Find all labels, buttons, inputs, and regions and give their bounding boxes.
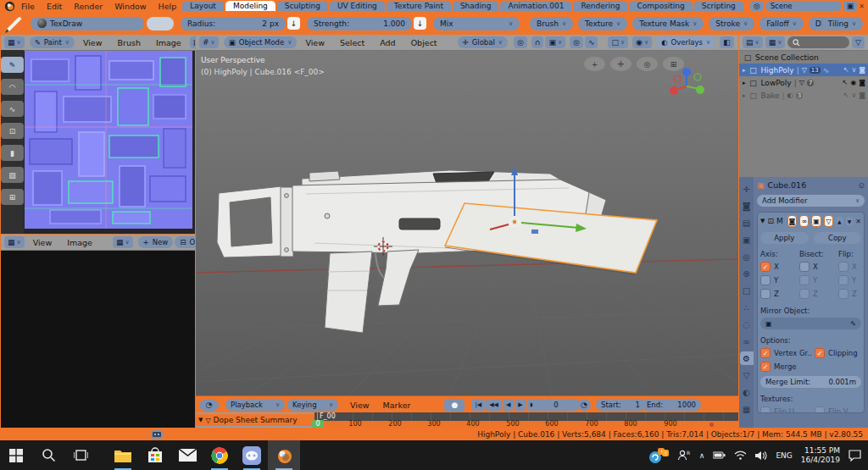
disclosure-icon[interactable]: ▸ (743, 80, 746, 86)
scene-field[interactable]: Scene (765, 1, 842, 11)
selectable-cursor-icon[interactable]: ↖ (843, 91, 849, 99)
panel-stroke[interactable]: Stroke∨ (709, 17, 754, 30)
prev-keyframe-button[interactable]: ◀◀ (486, 399, 502, 411)
current-frame-indicator[interactable]: 0 (312, 420, 324, 428)
record-button[interactable]: ● (444, 399, 465, 412)
menu-image[interactable]: Image (60, 238, 99, 247)
snap-target-icon[interactable]: ▣∨ (545, 36, 565, 48)
brush-selector[interactable]: TexDraw (31, 17, 144, 30)
tab-animation[interactable]: Animation.001 (500, 1, 571, 11)
xray-toggle-icon[interactable]: ◧ (720, 36, 734, 48)
menu-window[interactable]: Window (108, 2, 152, 11)
paintbrush-tool-icon[interactable] (3, 14, 25, 33)
panel-texture[interactable]: Texture∨ (578, 17, 627, 30)
tab-uv-editing[interactable]: UV Editing (330, 1, 385, 11)
tab-compositing[interactable]: Compositing (629, 1, 692, 11)
add-modifier-dropdown[interactable]: Add Modifier∨ (757, 195, 865, 207)
blend-mode-dropdown[interactable]: Mix∨ (433, 17, 520, 30)
visibility-icon[interactable]: ◉∨ (632, 36, 652, 48)
tab-scripting[interactable]: Scripting (694, 1, 743, 11)
collection-row-lowpoly[interactable]: ▸ □ LowPoly | ▽ 7 ↖ ◉ ◙ (739, 76, 868, 89)
menu-edit[interactable]: Edit (41, 2, 68, 11)
language-indicator[interactable]: ENG (776, 451, 792, 460)
tab-physics-icon[interactable]: ◌ (740, 318, 754, 331)
display-render-toggle-icon[interactable]: ◙ (787, 215, 797, 227)
mail-icon[interactable] (171, 440, 203, 470)
flip-x-checkbox[interactable] (838, 262, 849, 272)
outliner-search-input[interactable] (787, 36, 849, 48)
disclosure-icon[interactable]: ▸ (743, 92, 746, 99)
modifier-name-label[interactable]: M (776, 217, 783, 225)
tab-output-icon[interactable]: ▤ (740, 216, 754, 229)
play-reverse-button[interactable]: ◀ (503, 399, 514, 411)
menu-add[interactable]: Add (373, 38, 402, 47)
proportional-falloff-icon[interactable]: ∿ (585, 36, 598, 48)
tray-expand-chevron-icon[interactable]: ∧ (699, 451, 705, 460)
taskbar-search-icon[interactable] (32, 440, 64, 470)
collection-row-highpoly[interactable]: ▸ □ HighPoly | ▽ 13 ∿ ↖ ∨ ◙ (739, 64, 868, 76)
playback-dropdown[interactable]: Playback∨ (225, 399, 285, 411)
image-browse-icon[interactable]: ▦∨ (113, 236, 133, 248)
menu-view[interactable]: View (76, 38, 109, 47)
show-eye-icon[interactable]: ◉ (850, 79, 856, 86)
flip-y-checkbox[interactable] (838, 275, 849, 285)
open-image-button[interactable]: ⊟Open (175, 236, 195, 248)
pivot-point-icon[interactable]: ◎ (514, 36, 527, 48)
editor-type-3d-icon[interactable]: #∨ (199, 36, 219, 48)
axis-x-checkbox[interactable]: ✓ (760, 262, 771, 272)
editor-type-timeline-icon[interactable]: ◔ (199, 399, 219, 412)
tab-tool-icon[interactable]: ✛ (740, 182, 754, 196)
move-gadget-icon[interactable]: ✛ (610, 57, 632, 71)
display-realtime-toggle-icon[interactable]: ∞ (799, 215, 809, 227)
tab-modifiers-wrench-icon[interactable]: ⚙ (740, 351, 754, 365)
radius-animate-icon[interactable]: ↓ (287, 17, 300, 30)
tab-particles-icon[interactable]: ∴ (740, 301, 754, 314)
bisect-x-checkbox[interactable] (799, 262, 810, 272)
editor-type-image-icon[interactable]: ▦∨ (4, 236, 25, 248)
selectable-cursor-icon[interactable]: ↖ (843, 79, 849, 86)
action-center-icon[interactable] (849, 450, 861, 462)
timeline-ruler[interactable]: 100 200 300 400 500 600 700 800 900 0 (314, 421, 738, 428)
blender-logo-icon[interactable] (4, 1, 15, 12)
tab-layout[interactable]: Layout (182, 1, 224, 11)
menu-object[interactable]: Object (404, 38, 444, 47)
tab-object-icon[interactable]: □ (740, 284, 754, 297)
smear-tool-icon[interactable]: ∿ (1, 101, 24, 117)
people-icon[interactable]: R (677, 449, 691, 462)
delete-modifier-icon[interactable]: ✕ (855, 218, 861, 225)
frame-start-field[interactable]: Start:1 (596, 399, 645, 411)
show-gizmo-icon[interactable]: □∨ (608, 36, 628, 48)
tab-modeling[interactable]: Modeling (225, 1, 275, 11)
axis-z-checkbox[interactable] (760, 289, 771, 299)
file-explorer-icon[interactable] (107, 440, 139, 470)
scene-collection-row[interactable]: □ Scene Collection (739, 51, 868, 64)
mirror-object-field[interactable]: ▣ ✎ (760, 318, 861, 329)
clipping-checkbox[interactable]: ✓ (815, 348, 825, 358)
clock-widget[interactable]: 11:55 PM 16/4/2019 (801, 446, 840, 465)
tab-texture-icon[interactable]: ▦ (740, 402, 754, 416)
merge-limit-field[interactable]: Merge Limit:0.001m (760, 376, 861, 388)
selectable-cursor-icon[interactable]: ↖ (843, 66, 849, 74)
battery-icon[interactable] (713, 451, 726, 459)
discord-icon[interactable] (236, 440, 268, 470)
mode-dropdown[interactable]: ▣ Object Mode∨ (224, 36, 298, 48)
viewport-canvas[interactable]: User Perspective (0) HighPoly | Cube.016… (196, 50, 738, 395)
update-notification-icon[interactable]: !! (648, 447, 669, 464)
panel-falloff[interactable]: Falloff∨ (760, 17, 804, 30)
snap-magnet-icon[interactable]: ∩ (531, 36, 544, 48)
menu-view[interactable]: View (26, 238, 59, 247)
marker-label[interactable]: F_00 (320, 412, 336, 420)
clone-tool-icon[interactable]: ⊡ (1, 123, 24, 139)
volume-icon[interactable] (755, 451, 767, 461)
chrome-icon[interactable] (203, 440, 236, 470)
vertex-groups-checkbox[interactable]: ✓ (760, 348, 771, 358)
tab-view-layer-icon[interactable]: ▣ (740, 233, 754, 246)
new-image-button[interactable]: +New (138, 236, 174, 248)
collapse-triangle-icon[interactable]: ▼ (760, 218, 765, 224)
panel-brush[interactable]: Brush∨ (530, 17, 573, 30)
zoom-gadget-icon[interactable]: + (584, 57, 605, 71)
fill-tool-icon[interactable]: ▮ (1, 145, 24, 161)
menu-help[interactable]: Help (153, 2, 183, 11)
radius-field[interactable]: Radius:2 px (181, 17, 286, 30)
scene-icon[interactable]: ◎ (750, 1, 764, 11)
